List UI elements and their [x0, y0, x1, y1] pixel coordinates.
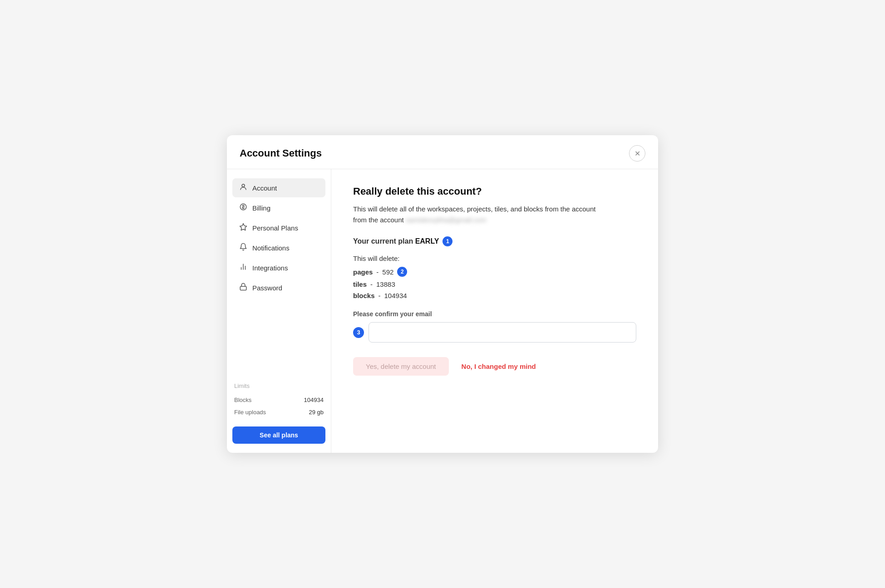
sidebar-item-billing[interactable]: Billing — [232, 198, 325, 217]
svg-point-0 — [242, 184, 245, 187]
pages-dash: - — [376, 268, 379, 276]
close-button[interactable]: ✕ — [629, 145, 645, 162]
plan-label: Your current plan EARLY — [353, 237, 439, 245]
billing-icon — [239, 203, 248, 213]
sidebar-item-password[interactable]: Password — [232, 278, 325, 297]
modal-title: Account Settings — [240, 147, 322, 159]
sidebar-item-notifications[interactable]: Notifications — [232, 238, 325, 257]
modal-header: Account Settings ✕ — [227, 135, 658, 169]
see-all-plans-button[interactable]: See all plans — [232, 426, 325, 444]
confirm-label: Please confirm your email — [353, 310, 636, 318]
plan-badge: 1 — [442, 236, 452, 246]
modal-body: Account Billing Personal Plans — [227, 169, 658, 453]
tiles-key: tiles — [353, 280, 367, 288]
sidebar-item-integrations-label: Integrations — [252, 264, 288, 272]
delete-title: Really delete this account? — [353, 186, 636, 197]
account-icon — [239, 183, 248, 193]
cancel-button[interactable]: No, I changed my mind — [462, 363, 536, 370]
sidebar-item-notifications-label: Notifications — [252, 244, 290, 252]
limits-blocks-label: Blocks — [234, 397, 251, 403]
delete-desc: This will delete all of the workspaces, … — [353, 204, 636, 225]
limits-title: Limits — [232, 382, 325, 389]
sidebar-item-account[interactable]: Account — [232, 178, 325, 197]
step-badge: 3 — [353, 327, 364, 338]
sidebar: Account Billing Personal Plans — [227, 169, 331, 453]
blocks-value: 104934 — [384, 292, 407, 299]
delete-list-item-pages: pages - 592 2 — [353, 267, 636, 277]
pages-value: 592 — [382, 268, 393, 276]
delete-desc-email-label: from the account — [353, 216, 406, 224]
delete-account-button[interactable]: Yes, delete my account — [353, 357, 449, 376]
sidebar-item-integrations[interactable]: Integrations — [232, 258, 325, 277]
sidebar-item-personal-plans-label: Personal Plans — [252, 224, 298, 232]
svg-rect-2 — [240, 286, 246, 290]
plan-row: Your current plan EARLY 1 — [353, 236, 636, 246]
delete-list: pages - 592 2 tiles - 13883 blocks - 104… — [353, 267, 636, 299]
confirm-input-wrap: 3 — [353, 322, 636, 343]
limits-file-uploads-value: 29 gb — [309, 409, 324, 416]
blocks-key: blocks — [353, 292, 375, 299]
sidebar-item-billing-label: Billing — [252, 204, 270, 212]
pages-key: pages — [353, 268, 373, 276]
sidebar-item-account-label: Account — [252, 184, 277, 192]
main-content: Really delete this account? This will de… — [331, 169, 658, 453]
modal: Account Settings ✕ Account — [227, 135, 658, 453]
delete-list-item-tiles: tiles - 13883 — [353, 280, 636, 288]
tiles-dash: - — [370, 280, 373, 288]
integrations-icon — [239, 263, 248, 273]
blocks-dash: - — [379, 292, 381, 299]
delete-desc-prefix: This will delete all of the workspaces, … — [353, 205, 595, 213]
password-icon — [239, 283, 248, 293]
sidebar-item-personal-plans[interactable]: Personal Plans — [232, 218, 325, 237]
limits-row-blocks: Blocks 104934 — [232, 394, 325, 406]
tiles-value: 13883 — [376, 280, 395, 288]
personal-plans-icon — [239, 223, 248, 233]
will-delete-label: This will delete: — [353, 255, 636, 262]
limits-file-uploads-label: File uploads — [234, 409, 266, 416]
notifications-icon — [239, 243, 248, 253]
sidebar-nav: Account Billing Personal Plans — [232, 178, 325, 373]
pages-badge: 2 — [397, 267, 407, 277]
limits-row-file-uploads: File uploads 29 gb — [232, 406, 325, 418]
blurred-email: samiskovykha@gmail.com — [406, 215, 487, 225]
email-confirm-input[interactable] — [369, 322, 636, 343]
limits-blocks-value: 104934 — [304, 397, 324, 403]
plan-name: EARLY — [415, 237, 439, 245]
sidebar-limits: Limits Blocks 104934 File uploads 29 gb … — [232, 373, 325, 444]
sidebar-item-password-label: Password — [252, 284, 282, 292]
close-icon: ✕ — [634, 149, 640, 158]
delete-list-item-blocks: blocks - 104934 — [353, 292, 636, 299]
action-row: Yes, delete my account No, I changed my … — [353, 357, 636, 376]
